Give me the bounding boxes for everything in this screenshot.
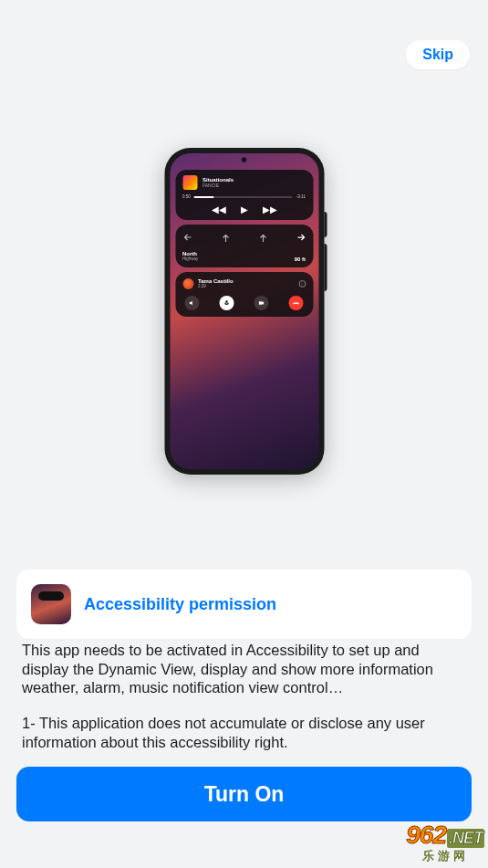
call-duration: 2:29 [198, 285, 234, 289]
arrow-up-icon [220, 231, 231, 247]
forward-icon: ▶▶ [263, 204, 277, 214]
music-remaining: -3:11 [296, 194, 306, 199]
watermark: 962 .NET 乐游网 [406, 821, 484, 864]
caller-name: Tama Castillo [198, 278, 234, 284]
call-card: Tama Castillo 2:29 i [175, 272, 313, 317]
preview-cards: Situationals FANCIE 0:50 -3:11 ◀◀ ▶ ▶▶ [175, 170, 313, 317]
phone-preview: Situationals FANCIE 0:50 -3:11 ◀◀ ▶ ▶▶ [164, 148, 324, 475]
play-icon: ▶ [241, 204, 248, 214]
permission-body-2: 1- This application does not accumulate … [22, 714, 468, 751]
phone-screen: Situationals FANCIE 0:50 -3:11 ◀◀ ▶ ▶▶ [170, 153, 318, 469]
nav-road: Highway [182, 257, 198, 262]
permission-description: This app needs to be activated in Access… [22, 641, 468, 768]
watermark-tld: .NET [447, 829, 484, 848]
watermark-site: 962 [406, 821, 446, 850]
turn-right-icon [295, 231, 306, 247]
video-icon [254, 296, 269, 310]
rewind-icon: ◀◀ [212, 204, 226, 214]
music-artist: FANCIE [202, 183, 234, 188]
watermark-cn: 乐游网 [422, 848, 469, 864]
info-icon: i [298, 280, 306, 288]
caller-avatar [182, 278, 193, 289]
permission-card: Accessibility permission [16, 570, 472, 639]
nav-distance: 90 ft [295, 256, 306, 262]
speaker-icon [184, 296, 199, 310]
arrow-up-icon [257, 231, 268, 247]
music-card: Situationals FANCIE 0:50 -3:11 ◀◀ ▶ ▶▶ [175, 170, 313, 220]
mic-icon [219, 296, 234, 310]
album-art [182, 175, 197, 190]
turn-on-button[interactable]: Turn On [16, 767, 472, 821]
permission-title: Accessibility permission [84, 595, 276, 614]
camera-hole [242, 157, 247, 162]
music-track-slider [194, 196, 293, 198]
navigation-card: North Highway 90 ft [175, 225, 313, 267]
turn-back-icon [182, 231, 193, 247]
permission-body-1: This app needs to be activated in Access… [22, 641, 468, 697]
hangup-icon [289, 296, 304, 310]
phone-frame: Situationals FANCIE 0:50 -3:11 ◀◀ ▶ ▶▶ [164, 148, 324, 475]
app-icon [31, 584, 71, 624]
skip-button[interactable]: Skip [406, 40, 470, 69]
music-elapsed: 0:50 [182, 194, 191, 199]
